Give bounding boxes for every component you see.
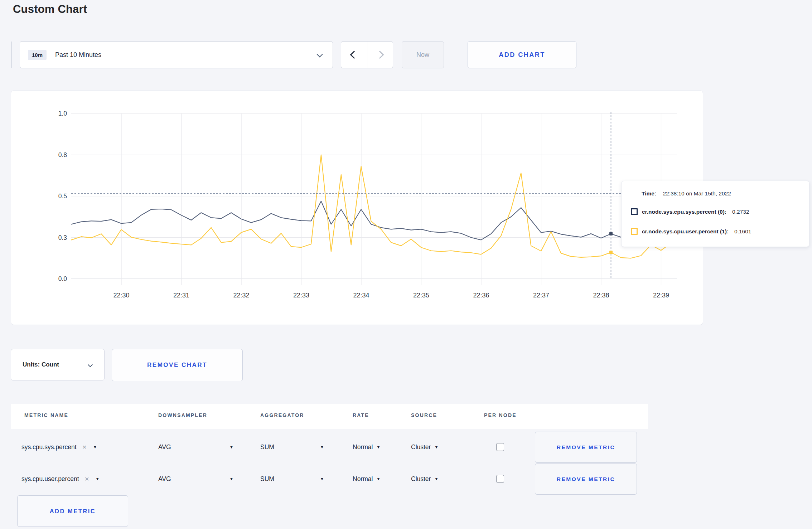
tooltip-series-label: cr.node.sys.cpu.sys.percent (0):: [642, 209, 726, 215]
time-range-label: Past 10 Minutes: [55, 51, 101, 59]
svg-text:22:35: 22:35: [413, 292, 429, 299]
aggregator-value: SUM: [260, 443, 274, 451]
next-time-button[interactable]: [367, 42, 393, 68]
dropdown-arrow-icon[interactable]: ▼: [93, 445, 97, 449]
metric-name-cell: sys.cpu.user.percent × ▼: [21, 463, 100, 495]
time-range-badge: 10m: [28, 50, 47, 60]
rate-value: Normal: [353, 443, 373, 451]
dropdown-arrow-icon: ▼: [434, 445, 438, 449]
svg-text:22:37: 22:37: [533, 292, 549, 299]
downsampler-value: AVG: [158, 443, 171, 451]
svg-text:0.5: 0.5: [58, 193, 67, 200]
rate-select[interactable]: Normal ▼: [353, 431, 380, 463]
dropdown-arrow-icon: ▼: [376, 445, 380, 449]
tooltip-series-row: cr.node.sys.cpu.user.percent (1): 0.1601: [631, 228, 751, 235]
clear-metric-icon[interactable]: ×: [82, 443, 87, 451]
tooltip-time-label: Time:: [642, 190, 656, 196]
toolbar-divider: [11, 42, 12, 68]
dropdown-arrow-icon: ▼: [320, 445, 324, 449]
tooltip-series-label: cr.node.sys.cpu.user.percent (1):: [642, 228, 729, 235]
rate-value: Normal: [353, 475, 373, 483]
prev-time-button[interactable]: [341, 42, 367, 68]
table-row: sys.cpu.user.percent × ▼ AVG ▼ SUM ▼ Nor…: [0, 463, 812, 495]
svg-text:22:38: 22:38: [593, 292, 609, 299]
chevron-down-icon: [88, 362, 93, 367]
aggregator-select[interactable]: SUM ▼: [260, 431, 324, 463]
svg-text:22:30: 22:30: [113, 292, 129, 299]
page-title: Custom Chart: [13, 3, 87, 16]
downsampler-select[interactable]: AVG ▼: [158, 431, 233, 463]
tooltip-series-value: 0.1601: [734, 228, 751, 235]
tooltip-time-value: 22:38:10 on Mar 15th, 2022: [663, 190, 731, 196]
per-node-checkbox[interactable]: [496, 443, 504, 451]
source-value: Cluster: [411, 443, 431, 451]
svg-text:22:31: 22:31: [173, 292, 189, 299]
chart-card: 0.00.30.50.81.022:3022:3122:3222:3322:34…: [11, 91, 703, 325]
per-node-checkbox[interactable]: [496, 475, 504, 483]
svg-text:0.8: 0.8: [58, 151, 67, 159]
timeseries-chart[interactable]: 0.00.30.50.81.022:3022:3122:3222:3322:34…: [11, 91, 703, 325]
time-range-select[interactable]: 10m Past 10 Minutes: [20, 41, 333, 68]
tooltip-series-value: 0.2732: [732, 209, 749, 215]
remove-metric-button[interactable]: REMOVE METRIC: [535, 432, 637, 463]
svg-text:22:33: 22:33: [293, 292, 309, 299]
dropdown-arrow-icon: ▼: [434, 477, 438, 481]
source-select[interactable]: Cluster ▼: [411, 463, 438, 495]
column-header-rate: RATE: [353, 412, 369, 418]
svg-text:22:39: 22:39: [653, 292, 669, 299]
chevron-left-icon: [350, 51, 358, 59]
source-value: Cluster: [411, 475, 431, 483]
column-header-downsampler: DOWNSAMPLER: [158, 412, 207, 418]
column-header-metric-name: METRIC NAME: [24, 412, 68, 418]
chevron-down-icon: [317, 52, 323, 58]
rate-select[interactable]: Normal ▼: [353, 463, 380, 495]
aggregator-value: SUM: [260, 475, 274, 483]
dropdown-arrow-icon: ▼: [229, 477, 233, 481]
now-button[interactable]: Now: [402, 41, 444, 68]
downsampler-value: AVG: [158, 475, 171, 483]
svg-text:1.0: 1.0: [58, 110, 67, 117]
chevron-right-icon: [376, 51, 384, 59]
series-user-legend-icon: [631, 228, 638, 235]
source-select[interactable]: Cluster ▼: [411, 431, 438, 463]
table-row: sys.cpu.sys.percent × ▼ AVG ▼ SUM ▼ Norm…: [0, 431, 812, 463]
metrics-table-header: METRIC NAME DOWNSAMPLER AGGREGATOR RATE …: [11, 404, 648, 429]
dropdown-arrow-icon: ▼: [229, 445, 233, 449]
dropdown-arrow-icon: ▼: [376, 477, 380, 481]
tooltip-time-row: Time: 22:38:10 on Mar 15th, 2022: [642, 190, 731, 197]
column-header-source: SOURCE: [411, 412, 437, 418]
metric-name: sys.cpu.sys.percent: [21, 443, 77, 451]
units-select[interactable]: Units: Count: [11, 349, 105, 380]
tooltip-series-row: cr.node.sys.cpu.sys.percent (0): 0.2732: [631, 208, 749, 215]
dropdown-arrow-icon[interactable]: ▼: [96, 477, 100, 481]
time-nav-group: [341, 41, 393, 68]
add-chart-button[interactable]: ADD CHART: [468, 41, 576, 68]
aggregator-select[interactable]: SUM ▼: [260, 463, 324, 495]
svg-text:0.3: 0.3: [58, 234, 67, 241]
svg-text:22:34: 22:34: [353, 292, 369, 299]
series-sys-legend-icon: [631, 208, 638, 215]
remove-chart-button[interactable]: REMOVE CHART: [112, 349, 243, 381]
remove-metric-button[interactable]: REMOVE METRIC: [535, 464, 637, 495]
metric-name: sys.cpu.user.percent: [21, 475, 79, 483]
metric-name-cell: sys.cpu.sys.percent × ▼: [21, 431, 97, 463]
svg-text:0.0: 0.0: [58, 275, 67, 282]
downsampler-select[interactable]: AVG ▼: [158, 463, 233, 495]
clear-metric-icon[interactable]: ×: [85, 475, 89, 483]
svg-text:22:32: 22:32: [233, 292, 249, 299]
column-header-aggregator: AGGREGATOR: [260, 412, 304, 418]
add-metric-button[interactable]: ADD METRIC: [17, 495, 128, 527]
dropdown-arrow-icon: ▼: [320, 477, 324, 481]
svg-text:22:36: 22:36: [473, 292, 489, 299]
column-header-per-node: PER NODE: [484, 412, 517, 418]
chart-tooltip: Time: 22:38:10 on Mar 15th, 2022 cr.node…: [621, 181, 809, 247]
units-label: Units: Count: [23, 361, 59, 368]
